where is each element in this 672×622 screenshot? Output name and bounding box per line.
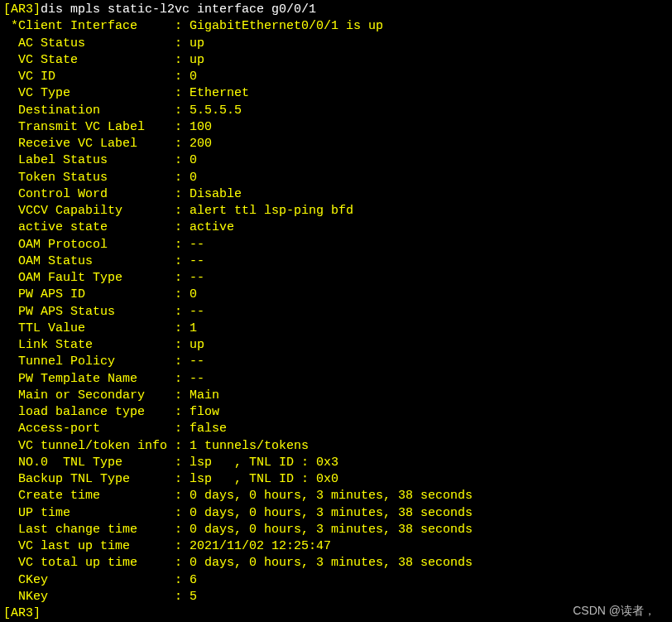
row-value: 0 days, 0 hours, 3 minutes, 38 seconds [190,489,473,503]
output-row: load balance type : flow [3,404,669,421]
row-sep: : [175,287,190,301]
terminal-output[interactable]: [AR3]dis mpls static-l2vc interface g0/0… [3,2,669,622]
row-label: Destination [3,104,175,118]
row-value: alert ttl lsp-ping bfd [190,204,353,218]
row-sep: : [175,405,190,419]
row-sep: : [175,506,190,520]
output-row: NO.0 TNL Type : lsp , TNL ID : 0x3 [3,455,669,471]
row-label: VCCV Capabilty [3,204,175,218]
row-sep: : [175,456,190,470]
command-line[interactable]: [AR3]dis mpls static-l2vc interface g0/0… [3,2,669,18]
row-value: 0 days, 0 hours, 3 minutes, 38 seconds [190,523,473,537]
row-label: load balance type [3,405,175,419]
row-label: VC total up time [3,556,175,570]
row-sep: : [175,489,190,503]
output-row: Backup TNL Type : lsp , TNL ID : 0x0 [3,471,669,488]
row-sep: : [175,388,190,403]
output-row: PW Template Name : -- [3,371,669,388]
row-value: false [190,422,227,436]
row-label: Link State [3,338,175,352]
row-value: active [190,220,234,234]
row-sep: : [175,271,190,285]
row-label: PW APS Status [3,305,175,319]
row-value: -- [190,354,204,369]
row-value: lsp , TNL ID : 0x3 [190,456,338,470]
row-label: NKey [3,590,175,604]
row-value: 2021/11/02 12:25:47 [190,539,331,553]
row-value: GigabitEthernet0/0/1 is up [190,19,383,33]
row-sep: : [175,70,190,84]
output-row: Token Status : 0 [3,170,669,186]
row-value: Main [190,388,219,403]
output-row: Link State : up [3,337,669,354]
row-label: VC tunnel/token info [3,439,175,453]
row-value: Disable [190,187,242,201]
row-sep: : [175,523,190,537]
row-value: 1 [190,321,197,335]
row-sep: : [175,539,190,553]
row-sep: : [175,354,190,369]
row-label: VC ID [3,70,175,84]
output-row: Main or Secondary : Main [3,388,669,404]
row-sep: : [175,120,190,134]
row-label: NO.0 TNL Type [3,456,175,470]
row-value: 200 [190,137,212,151]
output-row: AC Status : up [3,36,669,52]
output-row: VC total up time : 0 days, 0 hours, 3 mi… [3,555,669,571]
row-label: OAM Status [3,254,175,268]
output-row: OAM Status : -- [3,253,669,270]
row-label: VC State [3,53,175,67]
row-sep: : [175,556,190,570]
watermark: CSDN @读者， [573,603,655,619]
output-row: PW APS Status : -- [3,304,669,321]
row-label: PW APS ID [3,287,175,301]
row-label: UP time [3,506,175,520]
row-label: Last change time [3,523,175,537]
row-value: up [190,338,204,352]
row-sep: : [175,36,190,51]
row-label: Tunnel Policy [3,354,175,369]
row-label: Create time [3,489,175,503]
row-value: 1 tunnels/tokens [190,439,309,453]
row-sep: : [175,472,190,486]
row-label: Transmit VC Label [3,120,175,134]
row-sep: : [175,171,190,185]
prompt-line[interactable]: [AR3] [3,605,669,622]
output-row: active state : active [3,219,669,236]
output-row: Access-port : false [3,421,669,437]
row-label: VC Type [3,86,175,100]
output-row: TTL Value : 1 [3,321,669,337]
row-value: 5.5.5.5 [190,104,242,118]
output-row: VC last up time : 2021/11/02 12:25:47 [3,538,669,555]
row-value: 5 [190,590,197,604]
row-label: Control Word [3,187,175,201]
output-row: Destination : 5.5.5.5 [3,103,669,119]
output-row: UP time : 0 days, 0 hours, 3 minutes, 38… [3,505,669,522]
row-value: 0 [190,70,197,84]
output-row: PW APS ID : 0 [3,287,669,303]
row-sep: : [175,321,190,335]
row-sep: : [175,372,190,386]
row-sep: : [175,422,190,436]
row-value: 0 days, 0 hours, 3 minutes, 38 seconds [190,556,473,570]
output-row: Tunnel Policy : -- [3,354,669,370]
typed-command: dis mpls static-l2vc interface g0/0/1 [41,2,316,17]
output-row: VC ID : 0 [3,69,669,85]
output-row: CKey : 6 [3,572,669,589]
output-row: Last change time : 0 days, 0 hours, 3 mi… [3,522,669,538]
row-value: -- [190,254,204,268]
row-sep: : [175,204,190,218]
hostname: [AR3] [3,2,41,17]
row-value: up [190,36,204,51]
row-sep: : [175,220,190,234]
row-label: VC last up time [3,539,175,553]
row-label: CKey [3,573,175,587]
row-sep: : [175,53,190,67]
row-sep: : [175,590,190,604]
row-value: 0 [190,171,197,185]
row-label: AC Status [3,36,175,51]
row-value: -- [190,238,204,252]
row-sep: : [175,137,190,151]
row-label: Receive VC Label [3,137,175,151]
row-sep: : [175,439,190,453]
